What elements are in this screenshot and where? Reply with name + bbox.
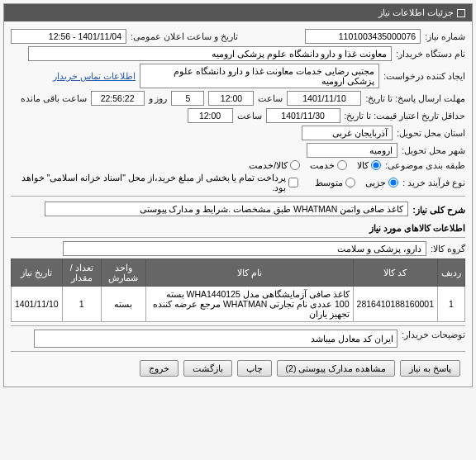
radio-goods-service-input[interactable] xyxy=(290,160,300,170)
th-qty: تعداد / مقدار xyxy=(62,259,101,287)
remaining-days: 5 xyxy=(171,91,204,106)
td-date: 1401/11/10 xyxy=(12,287,63,322)
divider-1 xyxy=(11,196,465,197)
table-header-row: ردیف کد کالا نام کالا واحد شمارش تعداد /… xyxy=(12,259,465,287)
th-row: ردیف xyxy=(438,259,465,287)
td-qty: 1 xyxy=(62,287,101,322)
validity-date: 1401/11/30 xyxy=(266,108,340,123)
panel-header: جزئیات اطلاعات نیاز xyxy=(4,4,472,21)
details-panel: جزئیات اطلاعات نیاز شماره نیاز: 11010034… xyxy=(3,3,473,387)
city-value: ارومیه xyxy=(307,143,397,158)
print-button[interactable]: چاپ xyxy=(237,360,272,377)
deadline-time: 12:00 xyxy=(208,91,254,106)
need-number-value: 1101003435000076 xyxy=(305,29,421,44)
divider-3 xyxy=(11,325,465,326)
items-title: اطلاعات کالاهای مورد نیاز xyxy=(11,223,465,234)
day-label: روز و xyxy=(149,93,168,103)
group-value: دارو، پزشکی و سلامت xyxy=(63,241,426,256)
td-unit: بسته xyxy=(101,287,145,322)
announce-value: 1401/11/04 - 12:56 xyxy=(11,29,126,44)
purchase-type-label: نوع فرآیند خرید : xyxy=(402,178,465,187)
panel-title: جزئیات اطلاعات نیاز xyxy=(378,7,454,18)
td-row: 1 xyxy=(438,287,465,322)
attachments-button[interactable]: مشاهده مدارک پیوستی (2) xyxy=(277,360,396,377)
category-label: طبقه بندی موضوعی: xyxy=(385,160,465,170)
radio-service-input[interactable] xyxy=(337,160,347,170)
payment-checkbox-input[interactable] xyxy=(288,178,298,187)
category-radio-group: کالا خدمت کالا/خدمت xyxy=(249,160,381,170)
buyer-notes-label: توضیحات خریدار: xyxy=(402,330,465,339)
radio-minor[interactable]: جزیی xyxy=(365,178,398,187)
need-desc-label: شرح کلی نیاز: xyxy=(412,205,465,216)
province-label: استان محل تحویل: xyxy=(397,128,465,138)
need-number-label: شماره نیاز: xyxy=(425,31,465,41)
th-code: کد کالا xyxy=(353,259,437,287)
radio-goods[interactable]: کالا xyxy=(357,160,381,170)
buyer-value: معاونت غذا و دارو دانشگاه علوم پزشکی ارو… xyxy=(28,46,392,61)
remaining-suffix: ساعت باقی مانده xyxy=(21,93,87,103)
hour-label-2: ساعت xyxy=(237,111,262,121)
panel-body: شماره نیاز: 1101003435000076 تاریخ و ساع… xyxy=(4,21,472,386)
respond-button[interactable]: پاسخ به نیاز xyxy=(400,360,460,377)
radio-service[interactable]: خدمت xyxy=(310,160,347,170)
radio-medium[interactable]: متوسط xyxy=(315,178,355,187)
purchase-radio-group: جزیی متوسط xyxy=(315,178,398,187)
divider-4 xyxy=(11,351,465,352)
td-name: کاغذ صافی آزمایشگاهی مدل WHA1440125 بسته… xyxy=(146,287,354,322)
divider-2 xyxy=(11,237,465,238)
buyer-notes-value: ایران کد معادل میباشد xyxy=(34,330,397,348)
items-table: ردیف کد کالا نام کالا واحد شمارش تعداد /… xyxy=(11,258,465,322)
td-code: 2816410188160001 xyxy=(353,287,437,322)
button-bar: پاسخ به نیاز مشاهده مدارک پیوستی (2) چاپ… xyxy=(11,355,465,382)
validity-label: حداقل تاریخ اعتبار قیمت: تا تاریخ: xyxy=(345,111,465,121)
creator-label: ایجاد کننده درخواست: xyxy=(383,71,465,81)
creator-value: مجتبی رضایی خدمات معاونت غذا و دارو دانش… xyxy=(140,64,379,88)
remaining-time: 22:56:22 xyxy=(91,91,145,106)
radio-medium-input[interactable] xyxy=(345,178,355,187)
th-unit: واحد شمارش xyxy=(101,259,145,287)
payment-checkbox[interactable]: پرداخت تمام یا بخشی از مبلغ خرید،از محل … xyxy=(11,173,298,192)
radio-minor-input[interactable] xyxy=(388,178,398,187)
deadline-label: مهلت ارسال پاسخ: تا تاریخ: xyxy=(365,93,465,103)
radio-goods-input[interactable] xyxy=(371,160,381,170)
hour-label-1: ساعت xyxy=(258,93,283,103)
announce-label: تاریخ و ساعت اعلان عمومی: xyxy=(131,31,238,41)
contact-link[interactable]: اطلاعات تماس خریدار xyxy=(53,71,136,81)
exit-button[interactable]: خروج xyxy=(140,360,178,377)
back-button[interactable]: بازگشت xyxy=(183,360,232,377)
city-label: شهر محل تحویل: xyxy=(402,145,465,155)
th-name: نام کالا xyxy=(146,259,354,287)
table-row: 1 2816410188160001 کاغذ صافی آزمایشگاهی … xyxy=(12,287,465,322)
need-desc-value: کاغذ صافی واتمن WHATMAN طبق مشخصات .شرای… xyxy=(45,202,408,216)
group-label: گروه کالا: xyxy=(431,244,465,254)
validity-time: 12:00 xyxy=(188,108,233,123)
radio-goods-service[interactable]: کالا/خدمت xyxy=(249,160,300,170)
th-date: تاریخ نیاز xyxy=(12,259,63,287)
province-value: آذربایجان غربی xyxy=(302,126,393,140)
buyer-label: نام دستگاه خریدار: xyxy=(396,49,465,59)
deadline-date: 1401/11/10 xyxy=(287,91,361,106)
panel-icon xyxy=(457,9,465,17)
